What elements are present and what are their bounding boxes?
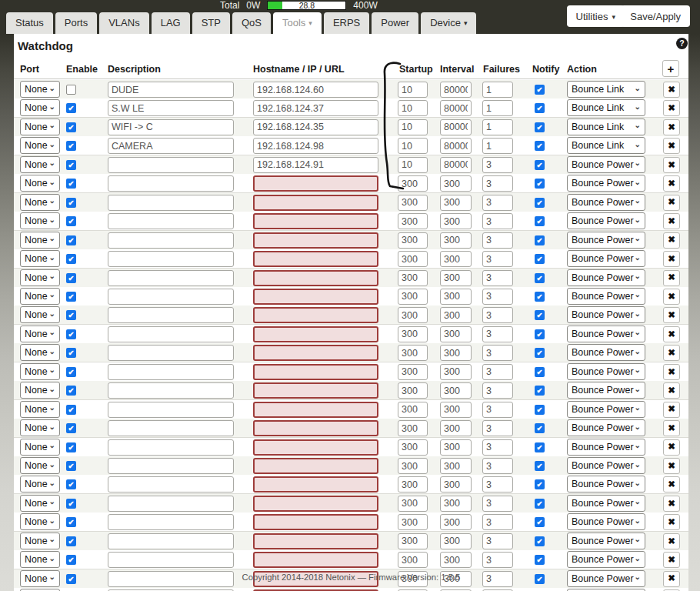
enable-checkbox[interactable]	[66, 85, 76, 95]
startup-input[interactable]	[398, 514, 428, 530]
notify-checkbox[interactable]: ✔	[535, 348, 545, 358]
enable-checkbox[interactable]: ✔	[66, 461, 76, 471]
delete-row-button[interactable]: ✖	[663, 496, 680, 512]
failures-input[interactable]	[482, 326, 513, 342]
enable-checkbox[interactable]: ✔	[66, 367, 76, 377]
startup-input[interactable]	[398, 307, 428, 323]
action-select[interactable]: Bounce Power⌄	[567, 212, 645, 229]
enable-checkbox[interactable]: ✔	[66, 499, 76, 509]
interval-input[interactable]	[440, 533, 472, 549]
interval-input[interactable]	[440, 326, 472, 342]
notify-checkbox[interactable]: ✔	[535, 517, 545, 527]
enable-checkbox[interactable]: ✔	[66, 329, 76, 339]
failures-input[interactable]	[482, 251, 513, 267]
startup-input[interactable]	[398, 119, 428, 135]
action-select[interactable]: Bounce Power⌄	[567, 382, 645, 399]
delete-row-button[interactable]: ✖	[663, 119, 680, 135]
port-select[interactable]: None⌄	[20, 269, 60, 286]
description-input[interactable]	[108, 458, 234, 474]
interval-input[interactable]	[440, 496, 472, 512]
action-select[interactable]: Bounce Power⌄	[567, 495, 645, 512]
enable-checkbox[interactable]: ✔	[66, 310, 76, 320]
hostname-input[interactable]	[253, 175, 378, 192]
tab-device[interactable]: Device▾	[421, 12, 476, 34]
tab-qos[interactable]: QoS	[232, 12, 271, 34]
enable-checkbox[interactable]: ✔	[66, 179, 76, 189]
startup-input[interactable]	[398, 439, 428, 456]
action-select[interactable]: Bounce Power⌄	[567, 232, 645, 249]
port-select[interactable]: None⌄	[20, 306, 60, 323]
tab-erps[interactable]: ERPS	[324, 12, 369, 34]
notify-checkbox[interactable]: ✔	[535, 442, 545, 452]
notify-checkbox[interactable]: ✔	[535, 405, 545, 415]
hostname-input[interactable]	[253, 496, 378, 512]
delete-row-button[interactable]: ✖	[663, 476, 680, 492]
notify-checkbox[interactable]: ✔	[535, 367, 545, 377]
interval-input[interactable]	[440, 213, 472, 229]
delete-row-button[interactable]: ✖	[663, 345, 680, 361]
failures-input[interactable]	[482, 119, 513, 135]
tab-status[interactable]: Status	[6, 12, 53, 34]
interval-input[interactable]	[440, 439, 472, 456]
enable-checkbox[interactable]: ✔	[66, 479, 76, 489]
enable-checkbox[interactable]: ✔	[66, 442, 76, 452]
action-select[interactable]: Bounce Power⌄	[567, 476, 645, 492]
enable-checkbox[interactable]: ✔	[66, 386, 76, 396]
startup-input[interactable]	[398, 175, 428, 192]
tab-vlans[interactable]: VLANs	[99, 12, 148, 34]
interval-input[interactable]	[440, 175, 472, 192]
startup-input[interactable]	[398, 157, 428, 173]
startup-input[interactable]	[398, 402, 428, 418]
action-select[interactable]: Bounce Power⌄	[567, 175, 645, 192]
notify-checkbox[interactable]: ✔	[535, 160, 545, 170]
interval-input[interactable]	[440, 345, 472, 361]
failures-input[interactable]	[482, 552, 513, 568]
description-input[interactable]	[108, 175, 234, 192]
port-select[interactable]: None⌄	[20, 363, 60, 380]
action-select[interactable]: Bounce Power⌄	[567, 439, 645, 456]
enable-checkbox[interactable]: ✔	[66, 216, 76, 226]
description-input[interactable]	[108, 100, 234, 116]
hostname-input[interactable]	[253, 82, 378, 98]
notify-checkbox[interactable]: ✔	[535, 198, 545, 208]
hostname-input[interactable]	[253, 251, 378, 267]
port-select[interactable]: None⌄	[20, 551, 60, 568]
failures-input[interactable]	[482, 270, 513, 286]
description-input[interactable]	[108, 270, 234, 286]
description-input[interactable]	[108, 514, 234, 530]
port-select[interactable]: None⌄	[20, 232, 60, 249]
failures-input[interactable]	[482, 345, 513, 361]
hostname-input[interactable]	[253, 439, 378, 456]
interval-input[interactable]	[440, 100, 472, 116]
description-input[interactable]	[108, 82, 234, 98]
description-input[interactable]	[108, 382, 234, 399]
interval-input[interactable]	[440, 420, 472, 436]
hostname-input[interactable]	[253, 270, 378, 286]
hostname-input[interactable]	[253, 402, 378, 418]
hostname-input[interactable]	[253, 100, 378, 116]
action-select[interactable]: Bounce Power⌄	[567, 363, 645, 380]
failures-input[interactable]	[482, 138, 513, 154]
description-input[interactable]	[108, 307, 234, 323]
failures-input[interactable]	[482, 100, 513, 116]
failures-input[interactable]	[482, 213, 513, 229]
port-select[interactable]: None⌄	[20, 137, 60, 154]
startup-input[interactable]	[398, 195, 428, 211]
port-select[interactable]: None⌄	[20, 419, 60, 436]
notify-checkbox[interactable]: ✔	[535, 179, 545, 189]
hostname-input[interactable]	[253, 195, 378, 211]
port-select[interactable]: None⌄	[20, 382, 60, 399]
action-select[interactable]: Bounce Link⌄	[567, 119, 645, 135]
notify-checkbox[interactable]: ✔	[535, 536, 545, 546]
delete-row-button[interactable]: ✖	[663, 138, 680, 154]
action-select[interactable]: Bounce Power⌄	[567, 306, 645, 323]
delete-row-button[interactable]: ✖	[663, 232, 680, 249]
notify-checkbox[interactable]: ✔	[535, 461, 545, 471]
failures-input[interactable]	[482, 82, 513, 98]
tab-power[interactable]: Power	[372, 12, 418, 34]
description-input[interactable]	[108, 213, 234, 229]
startup-input[interactable]	[398, 270, 428, 286]
interval-input[interactable]	[440, 402, 472, 418]
delete-row-button[interactable]: ✖	[663, 364, 680, 380]
startup-input[interactable]	[398, 213, 428, 229]
